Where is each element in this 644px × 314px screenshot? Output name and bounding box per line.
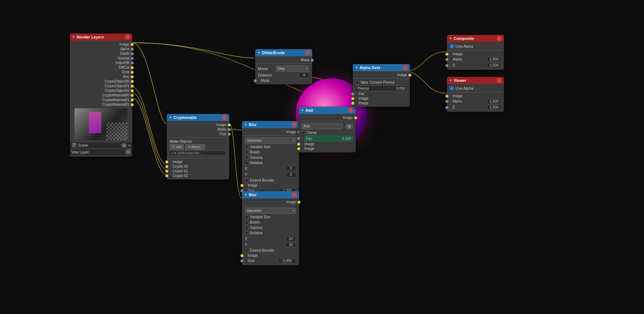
alpha-over-body: Image false Convert Premul Premul 0.000 …: [353, 71, 410, 107]
socket-cryptomat00-out[interactable]: [131, 94, 134, 97]
socket-viewer-z-in[interactable]: [445, 106, 448, 109]
dilate-header[interactable]: ▼ Dilate/Erode: [255, 49, 312, 56]
socket-crypto-matte-out[interactable]: [228, 128, 231, 131]
clamp-check[interactable]: [302, 131, 305, 135]
socket-diffcol-out[interactable]: [131, 66, 134, 69]
blur2-y-value[interactable]: 20: [285, 242, 296, 247]
composite-alpha-value[interactable]: 1.000: [487, 57, 501, 62]
variable-size-check2[interactable]: [245, 215, 248, 219]
blur2-filter-dropdown[interactable]: Gaussian ▾: [245, 208, 296, 214]
distance-value[interactable]: 4: [299, 73, 309, 78]
socket-crypto-image-out[interactable]: [228, 124, 231, 126]
extend-bounds-check2[interactable]: [245, 249, 248, 252]
socket-dilate-mask-in[interactable]: [254, 79, 257, 82]
socket-blur2-image-in[interactable]: [241, 254, 243, 257]
socket-composite-alpha-in[interactable]: [445, 58, 448, 61]
socket-composite-image-in[interactable]: [445, 53, 448, 56]
blur1-y-value[interactable]: 3: [285, 172, 296, 177]
divider2: [167, 158, 229, 158]
output-cryptomat00: CryptoMaterial00: [70, 93, 132, 98]
socket-crypto00-in[interactable]: [165, 165, 168, 168]
pencil-icon: ✎: [172, 145, 175, 149]
viewer-header[interactable]: ▼ Viewer: [447, 77, 504, 84]
mode-dropdown[interactable]: Step ▾: [275, 66, 309, 72]
composite-header[interactable]: ▼ Composite: [447, 35, 504, 42]
socket-alpha-over-image1-in[interactable]: [351, 97, 354, 100]
viewer-z-label: Z: [453, 105, 487, 109]
cryptomatte-header[interactable]: ▼ Cryptomatte: [167, 114, 229, 121]
socket-viewer-image-in[interactable]: [445, 95, 448, 98]
add-clamp-icon[interactable]: ⊞: [346, 124, 353, 129]
socket-cryptomat02-out[interactable]: [131, 103, 134, 106]
blur1-header[interactable]: ▼ Blur: [242, 121, 299, 128]
matte-add-btn[interactable]: ✎ Add: [170, 144, 184, 150]
scene-close-btn[interactable]: ✕: [128, 143, 131, 147]
socket-env-out[interactable]: [131, 75, 134, 78]
extend-bounds-check[interactable]: [245, 179, 248, 182]
add-header[interactable]: ▼ Add: [299, 107, 356, 114]
socket-indexob-out[interactable]: [131, 62, 134, 64]
blur1-output-image: Image: [242, 130, 299, 134]
blur2-extend-bounds: Extend Bounds: [242, 248, 299, 253]
socket-crypto-pick-out[interactable]: [228, 133, 231, 136]
relative-check2[interactable]: [245, 231, 248, 235]
socket-alpha-over-image2-in[interactable]: [351, 102, 354, 105]
pencil-icon2: ✎: [188, 145, 191, 149]
blur2-header[interactable]: ▼ Blur: [242, 191, 299, 198]
convert-premul-check[interactable]: [356, 81, 359, 84]
gamma-check[interactable]: [245, 156, 248, 159]
socket-crypto02-in[interactable]: [165, 174, 168, 177]
socket-cryptomat01-out[interactable]: [131, 99, 134, 101]
matte-remove-btn[interactable]: ✎ Remo...: [185, 144, 205, 150]
socket-emit-out[interactable]: [131, 71, 134, 74]
viewer-alpha-value[interactable]: 1.000: [487, 99, 501, 104]
socket-dilate-mask-out[interactable]: [311, 59, 314, 62]
viewer-z-value[interactable]: 1.000: [487, 105, 501, 110]
socket-crypto01-out[interactable]: [131, 85, 134, 88]
socket-blur2-image-out[interactable]: [298, 201, 300, 204]
socket-crypto-image-in[interactable]: [165, 161, 168, 163]
socket-composite-z-in[interactable]: [445, 64, 448, 67]
socket-alpha-over-image-out[interactable]: [408, 74, 411, 77]
output-cryptomat01-label: CryptoMaterial01: [102, 98, 129, 102]
socket-alpha-over-fac-in[interactable]: [351, 93, 354, 95]
scene-icon: 🎬: [71, 143, 77, 148]
premul-bar[interactable]: Premul 0.000: [356, 85, 407, 91]
bokeh-check[interactable]: [245, 151, 248, 154]
socket-normal-out[interactable]: [131, 57, 134, 60]
socket-viewer-alpha-in[interactable]: [445, 100, 448, 103]
alpha-over-header[interactable]: ▼ Alpha Over: [353, 64, 410, 71]
node-blur1: ▼ Blur Image Gaussian ▾ Variable Size Bo…: [242, 121, 299, 195]
blur2-size-label: Size: [248, 259, 254, 263]
socket-add-fac[interactable]: [297, 137, 300, 140]
variable-size-check[interactable]: [245, 145, 248, 149]
socket-crypto01-in[interactable]: [165, 170, 168, 173]
composite-z-value[interactable]: 1.000: [487, 63, 501, 68]
viewer-use-alpha: ✓ Use Alpha: [447, 85, 504, 91]
blur1-x-value[interactable]: 3: [285, 166, 296, 171]
gamma-check2[interactable]: [245, 226, 248, 230]
socket-alpha-out[interactable]: [131, 48, 134, 51]
bokeh-check2[interactable]: [245, 221, 248, 224]
relative-check[interactable]: [245, 161, 248, 165]
use-alpha-check[interactable]: ✓: [450, 44, 454, 48]
socket-crypto00-out[interactable]: [131, 80, 134, 83]
viewer-use-alpha-check[interactable]: ✓: [450, 86, 454, 90]
view-layer-btn[interactable]: ▾: [125, 150, 131, 155]
blur2-x-value[interactable]: 20: [285, 236, 296, 241]
add-operation-dropdown[interactable]: Add: [302, 123, 343, 129]
cryptomatte-node-icon: [222, 115, 227, 120]
blur2-size-value[interactable]: 2.000: [278, 258, 296, 263]
socket-image-out[interactable]: [131, 43, 134, 46]
socket-blur1-image-in[interactable]: [241, 184, 243, 187]
node-add: ▼ Add Image Add ⊞ Clamp Fac 0.100: [299, 107, 356, 152]
socket-add-image2-in[interactable]: [297, 147, 300, 150]
render-layers-header[interactable]: ▼ Render Layers: [70, 33, 132, 41]
socket-crypto02-out[interactable]: [131, 89, 134, 92]
blur1-filter-dropdown[interactable]: Gaussian ▾: [245, 137, 296, 143]
socket-depth-out[interactable]: [131, 52, 134, 55]
fac-bar[interactable]: Fac 0.100: [304, 136, 353, 141]
socket-blur2-size-in[interactable]: [241, 260, 243, 262]
socket-add-image1-in[interactable]: [297, 143, 300, 146]
socket-add-image-out[interactable]: [354, 116, 357, 119]
